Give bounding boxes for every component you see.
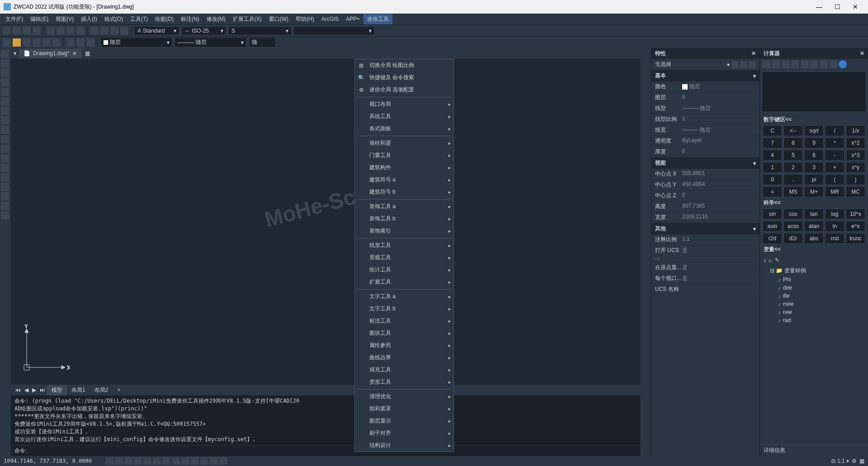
snap-icon[interactable]	[105, 457, 113, 465]
calc-tool-icon[interactable]	[791, 60, 799, 68]
gradient-icon[interactable]	[1, 192, 9, 200]
revcloud-icon[interactable]	[1, 116, 9, 124]
menu-item[interactable]: 门窗工具▸	[355, 149, 453, 162]
status-icon[interactable]	[219, 457, 227, 465]
tool-icon[interactable]	[100, 27, 108, 35]
lineweight-combo[interactable]: 随	[249, 37, 276, 48]
menu-item[interactable]: 建筑符号 a▸	[355, 174, 453, 186]
var-folder[interactable]: ⊟ 📁 变量样例	[764, 266, 864, 276]
section-basic[interactable]: 基本▾	[651, 70, 760, 81]
ortho-icon[interactable]	[124, 457, 132, 465]
menu-item[interactable]: 文字工具 a▸	[355, 290, 453, 303]
menu-item[interactable]: 插入(I)	[77, 14, 100, 24]
property-row[interactable]: 中心点 X555.8901	[651, 169, 760, 180]
menu-item[interactable]: 文字工具 b▸	[355, 303, 453, 315]
layer-combo[interactable]: 随层▾	[100, 37, 173, 48]
calc-button[interactable]: M+	[804, 186, 824, 197]
calc-tool-icon[interactable]	[820, 60, 828, 68]
maximize-button[interactable]: ☐	[828, 3, 846, 10]
combo[interactable]: S▾	[228, 26, 292, 35]
tool-icon[interactable]	[42, 38, 51, 47]
calc-button[interactable]: e^x	[846, 221, 865, 232]
rect-icon[interactable]	[1, 88, 9, 96]
calc-button[interactable]: MC	[846, 186, 865, 197]
calc-tool-icon[interactable]	[782, 60, 790, 68]
close-tab-icon[interactable]: ✕	[72, 50, 77, 57]
property-row[interactable]: 打开 UCS ...是	[651, 245, 760, 262]
calc-button[interactable]: 3	[804, 162, 824, 173]
menu-item[interactable]: 系统工具▸	[355, 110, 453, 123]
close-button[interactable]: ✕	[846, 3, 864, 10]
select-icon[interactable]	[749, 61, 756, 68]
tool-icon[interactable]	[23, 38, 31, 47]
tool-icon[interactable]	[90, 27, 99, 35]
panel-close-icon[interactable]: ✕	[860, 50, 864, 57]
variable-tree[interactable]: ⊟ 📁 变量样例 𝑥Phi𝑥dee𝑥ille𝑥mee𝑥nee𝑥rad	[760, 265, 868, 444]
menu-item[interactable]: 迷你工具	[363, 14, 392, 24]
otrack-icon[interactable]	[153, 457, 161, 465]
menu-item[interactable]: 装饰索引▸	[355, 225, 453, 237]
selection-combo[interactable]: 无选择	[655, 61, 725, 68]
insert-icon[interactable]	[1, 154, 9, 162]
tab-last-icon[interactable]: ⏭	[38, 387, 47, 393]
calc-tool-icon[interactable]	[763, 60, 771, 68]
calc-button[interactable]: +	[825, 162, 844, 173]
xline-icon[interactable]	[1, 59, 9, 67]
menu-item[interactable]: 各式面板▸	[355, 123, 453, 135]
menu-item[interactable]: 扩展工具▸	[355, 276, 453, 288]
section-view[interactable]: 视图▾	[651, 157, 760, 169]
file-tab[interactable]: 📄 Drawing1.dwg* ✕	[19, 49, 81, 58]
dimstyle-combo[interactable]: ↔ISO-25▾	[181, 26, 226, 35]
calc-button[interactable]: x^2	[846, 138, 865, 148]
menu-item[interactable]: 清理优化▸	[355, 390, 453, 403]
new-tab-button[interactable]: ▦	[81, 49, 94, 58]
menu-item[interactable]: 修改(M)	[203, 14, 229, 24]
menu-item[interactable]: 建筑符号 b▸	[355, 186, 453, 198]
calc-button[interactable]: trunc	[846, 233, 865, 244]
property-row[interactable]: 宽度2209.2116	[651, 212, 760, 223]
section-other[interactable]: 其他▾	[651, 223, 760, 234]
calc-button[interactable]: 0	[763, 174, 782, 185]
dyn-icon[interactable]	[162, 457, 170, 465]
calc-button[interactable]: 1	[763, 162, 782, 173]
drawing-canvas[interactable]: MoHe-Sc.com ⊞切换全局 绘图比例🔍快捷键及 命令搜索⚙迷你全局 选项…	[11, 59, 640, 385]
calc-button[interactable]: r2d	[763, 233, 782, 244]
tab-layout1[interactable]: 布局1	[67, 385, 90, 395]
status-icon[interactable]: ⚙	[852, 458, 857, 464]
tool-icon[interactable]	[76, 27, 85, 35]
minimize-button[interactable]: —	[810, 3, 828, 10]
menu-item[interactable]: 视图(V)	[52, 14, 77, 24]
tab-model[interactable]: 模型	[47, 385, 67, 395]
menu-item[interactable]: 景观工具▸	[355, 252, 453, 264]
var-tool-icon[interactable]: 𝑥	[764, 257, 766, 263]
calc-button[interactable]: abs	[804, 233, 824, 244]
variable-item[interactable]: 𝑥dee	[764, 284, 864, 292]
block-icon[interactable]	[1, 164, 9, 172]
calc-button[interactable]: )	[846, 174, 865, 185]
tool-icon[interactable]	[47, 27, 55, 35]
tool-icon[interactable]	[120, 27, 128, 35]
point-icon[interactable]	[1, 173, 9, 181]
table-icon[interactable]	[1, 211, 9, 219]
command-input[interactable]	[29, 448, 637, 454]
menu-item[interactable]: 格式(O)	[101, 14, 127, 24]
menu-item[interactable]: 图层显示▸	[355, 415, 453, 427]
property-row[interactable]: 线型比例1	[651, 114, 760, 125]
tool-icon[interactable]	[13, 38, 21, 47]
calc-button[interactable]: 6	[804, 150, 824, 161]
menu-item[interactable]: 墙柱和梁▸	[355, 137, 453, 149]
property-row[interactable]: 高度607.7385	[651, 201, 760, 212]
menu-item[interactable]: 文件(F)	[2, 14, 27, 24]
property-row[interactable]: 颜色随层	[651, 81, 760, 92]
calc-button[interactable]: =	[763, 186, 782, 197]
calc-tool-icon[interactable]	[829, 60, 837, 68]
menu-item[interactable]: 建筑构件▸	[355, 162, 453, 174]
menu-item[interactable]: 视口布局▸	[355, 98, 453, 110]
var-header[interactable]: 变量<<	[760, 244, 868, 255]
menu-item[interactable]: 窗口(W)	[265, 14, 292, 24]
hatch-icon[interactable]	[1, 183, 9, 191]
polygon-icon[interactable]	[1, 78, 9, 86]
menu-item[interactable]: 装饰工具 b▸	[355, 213, 453, 225]
menu-item[interactable]: 填充工具▸	[355, 364, 453, 376]
arc-icon[interactable]	[1, 97, 9, 105]
